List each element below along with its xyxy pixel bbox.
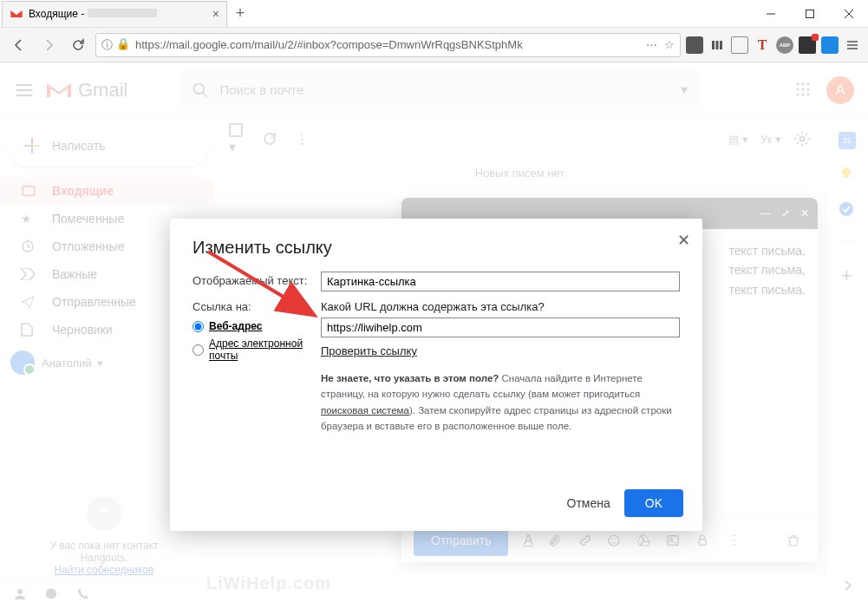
tab-title-blur (88, 9, 157, 17)
ext-icon-rdot[interactable] (799, 36, 816, 54)
tab-close-icon[interactable]: × (212, 7, 219, 21)
url-question-label: Какой URL должна содержать эта ссылка? (321, 300, 680, 313)
display-text-label: Отображаемый текст: (193, 272, 321, 291)
ext-icon-t[interactable]: T (754, 36, 771, 54)
window-maximize-button[interactable] (790, 0, 829, 28)
back-button[interactable] (7, 33, 31, 57)
svg-rect-6 (720, 41, 722, 49)
ext-icon-blue[interactable] (821, 36, 839, 54)
ext-icon-abp[interactable]: ABP (776, 36, 793, 54)
ext-icon-3[interactable] (731, 36, 748, 54)
window-close-button[interactable] (829, 0, 868, 28)
gmail-favicon-icon (10, 7, 23, 21)
browser-menu-button[interactable] (844, 36, 861, 54)
link-to-label: Ссылка на: (193, 300, 321, 313)
reload-button[interactable] (66, 33, 90, 57)
browser-titlebar: Входящие - × + (0, 0, 868, 28)
radio-web-input[interactable] (193, 321, 204, 332)
browser-tab[interactable]: Входящие - × (2, 1, 227, 27)
browser-toolbar: ⓘ 🔒 https://mail.google.com/mail/u/2/#in… (0, 28, 868, 62)
cancel-button[interactable]: Отмена (567, 496, 610, 510)
url-text: https://mail.google.com/mail/u/2/#inbox?… (135, 38, 641, 51)
modal-title: Изменить ссылку (193, 238, 680, 258)
check-link[interactable]: Проверить ссылку (321, 344, 417, 357)
window-minimize-button[interactable] (751, 0, 790, 28)
url-input[interactable] (321, 318, 680, 337)
radio-web-address[interactable]: Веб-адрес (193, 320, 321, 332)
svg-rect-1 (806, 10, 813, 17)
svg-rect-5 (716, 41, 719, 49)
modal-close-button[interactable]: ✕ (677, 231, 690, 250)
ok-button[interactable]: OK (624, 489, 683, 517)
url-bar[interactable]: ⓘ 🔒 https://mail.google.com/mail/u/2/#in… (95, 33, 681, 57)
info-icon[interactable]: ⓘ (101, 37, 113, 53)
radio-email-address[interactable]: Адрес электронной почты (193, 337, 321, 362)
edit-link-modal: ✕ Изменить ссылку Отображаемый текст: Сс… (170, 219, 702, 531)
lock-icon: 🔒 (116, 37, 130, 53)
star-icon[interactable]: ☆ (664, 38, 675, 51)
display-text-input[interactable] (321, 272, 680, 291)
ext-icon-1[interactable] (686, 36, 703, 54)
forward-button[interactable] (36, 33, 61, 57)
svg-rect-4 (712, 41, 715, 49)
extensions-area: T ABP (686, 36, 861, 54)
radio-email-input[interactable] (193, 344, 204, 356)
ext-icon-2[interactable] (708, 36, 726, 54)
new-tab-button[interactable]: + (227, 4, 253, 23)
help-text: Не знаете, что указать в этом поле? Снач… (321, 370, 680, 435)
tab-title: Входящие - (29, 8, 84, 20)
